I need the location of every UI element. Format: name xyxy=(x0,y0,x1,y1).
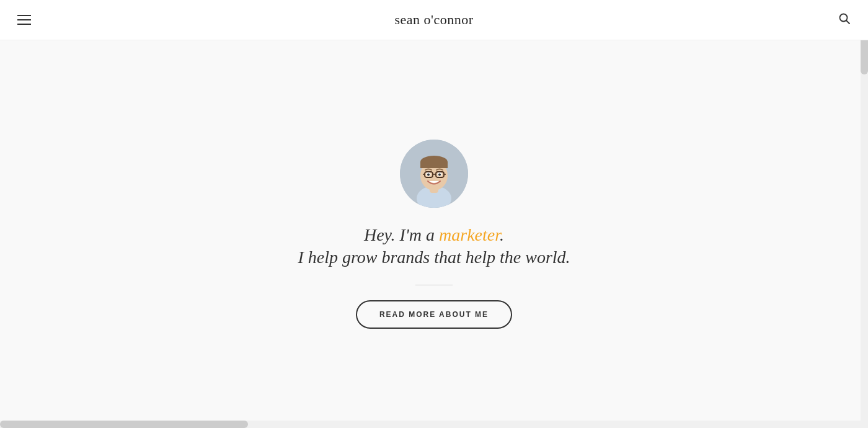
tagline-line-1: Hey. I'm a marketer. xyxy=(298,225,570,245)
tagline-prefix: Hey. I'm a xyxy=(364,225,439,244)
hamburger-line-2 xyxy=(17,19,31,20)
avatar xyxy=(400,140,468,208)
tagline-highlight: marketer xyxy=(439,225,500,244)
vertical-scrollbar[interactable] xyxy=(861,0,868,428)
hamburger-line-3 xyxy=(17,24,31,25)
tagline-suffix: . xyxy=(500,225,504,244)
hamburger-line-1 xyxy=(17,15,31,16)
tagline-line-2: I help grow brands that help the world. xyxy=(298,247,570,267)
svg-rect-7 xyxy=(420,162,448,168)
horizontal-scrollbar[interactable] xyxy=(0,421,861,428)
svg-point-10 xyxy=(427,174,430,176)
section-divider xyxy=(415,285,453,285)
site-header: sean o'connor xyxy=(0,0,868,40)
horizontal-scrollbar-thumb[interactable] xyxy=(0,421,248,428)
svg-line-1 xyxy=(846,20,849,24)
hero-section: Hey. I'm a marketer. I help grow brands … xyxy=(0,0,868,428)
search-icon[interactable] xyxy=(838,12,851,28)
site-title: sean o'connor xyxy=(394,12,473,28)
hamburger-menu-button[interactable] xyxy=(17,15,31,25)
read-more-button[interactable]: READ MORE ABOUT ME xyxy=(356,300,512,329)
hero-tagline: Hey. I'm a marketer. I help grow brands … xyxy=(298,225,570,267)
avatar-container xyxy=(400,140,468,208)
svg-point-11 xyxy=(438,174,441,176)
